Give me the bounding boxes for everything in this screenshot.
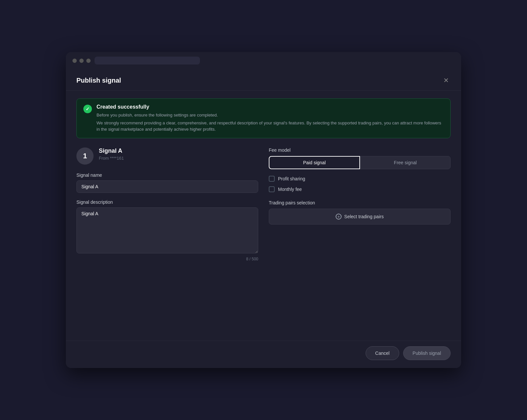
traffic-light-close[interactable] — [72, 59, 77, 63]
publish-signal-button[interactable]: Publish signal — [403, 346, 451, 360]
success-icon: ✓ — [83, 105, 92, 113]
modal-title: Publish signal — [76, 77, 121, 84]
checkbox-group: Profit sharing Monthly fee — [269, 176, 451, 192]
success-banner: ✓ Created successfully Before you publis… — [76, 98, 451, 138]
url-bar[interactable] — [95, 57, 200, 65]
signal-description-group: Signal description Signal A 8 / 500 — [76, 199, 258, 261]
signal-info: 1 Signal A From ****161 — [76, 147, 258, 165]
success-text: Created successfully Before you publish,… — [97, 104, 444, 133]
signal-number-badge: 1 — [76, 147, 94, 165]
plus-circle-icon: + — [336, 214, 342, 220]
signal-name-display: Signal A — [99, 147, 124, 154]
signal-name-input[interactable] — [76, 180, 258, 193]
modal-header: Publish signal ✕ — [66, 69, 461, 91]
monthly-fee-checkbox[interactable]: Monthly fee — [269, 186, 451, 192]
form-layout: 1 Signal A From ****161 Signal name Sign… — [76, 147, 451, 268]
modal-content: ✓ Created successfully Before you publis… — [66, 91, 461, 341]
traffic-light-maximize[interactable] — [86, 59, 91, 63]
success-line1: Before you publish, ensure the following… — [97, 112, 444, 118]
fee-model-toggle: Paid signal Free signal — [269, 156, 451, 169]
monthly-fee-label: Monthly fee — [278, 187, 302, 192]
fee-model-label: Fee model — [269, 147, 451, 153]
trading-pairs-label: Trading pairs selection — [269, 200, 451, 205]
traffic-light-minimize[interactable] — [79, 59, 84, 63]
select-trading-pairs-text: Select trading pairs — [344, 214, 384, 219]
cancel-button[interactable]: Cancel — [366, 346, 399, 360]
signal-description-textarea[interactable]: Signal A — [76, 207, 258, 253]
profit-sharing-checkbox[interactable]: Profit sharing — [269, 176, 451, 182]
profit-sharing-checkbox-box — [269, 176, 275, 182]
monthly-fee-checkbox-box — [269, 186, 275, 192]
signal-meta: Signal A From ****161 — [99, 147, 124, 161]
success-title: Created successfully — [97, 104, 444, 110]
signal-description-label: Signal description — [76, 199, 258, 205]
success-line2: We strongly recommend providing a clear,… — [97, 120, 444, 133]
select-trading-pairs-button[interactable]: + Select trading pairs — [269, 209, 451, 224]
signal-name-group: Signal name — [76, 172, 258, 193]
right-column: Fee model Paid signal Free signal Profit… — [269, 147, 451, 268]
char-counter: 8 / 500 — [76, 257, 258, 261]
traffic-lights — [72, 59, 91, 63]
modal-container: Publish signal ✕ ✓ Created successfully … — [66, 69, 461, 368]
free-signal-button[interactable]: Free signal — [360, 156, 451, 169]
title-bar — [66, 52, 461, 69]
modal-footer: Cancel Publish signal — [66, 341, 461, 368]
left-column: 1 Signal A From ****161 Signal name Sign… — [76, 147, 258, 268]
profit-sharing-label: Profit sharing — [278, 176, 305, 181]
signal-name-label: Signal name — [76, 172, 258, 178]
close-button[interactable]: ✕ — [441, 76, 451, 85]
paid-signal-button[interactable]: Paid signal — [269, 156, 360, 169]
signal-from: From ****161 — [99, 156, 124, 161]
